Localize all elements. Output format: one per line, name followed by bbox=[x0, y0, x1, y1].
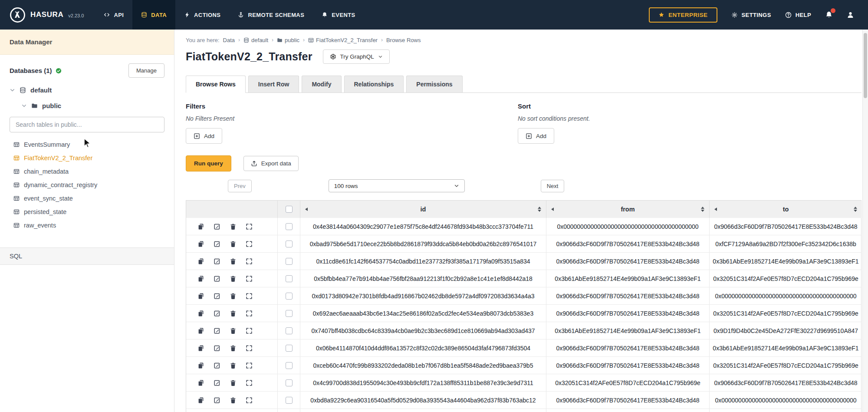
cell-id[interactable]: 0x4c99700d838d1955094c30e493bb9cfdf172a1… bbox=[300, 374, 546, 391]
cell-id[interactable]: 0x11cd8e61fc142f664537754c0adbd11e237732… bbox=[300, 253, 546, 270]
copy-row-button[interactable] bbox=[197, 258, 204, 265]
prev-page-button[interactable]: Prev bbox=[228, 180, 252, 192]
cell-id[interactable]: 0xd0173d80942e7301b8fdb4ad916867b02462db… bbox=[300, 287, 546, 304]
cell-id[interactable]: 0x06be4114870f410d4ddf86a13572c8f32c02dc… bbox=[300, 339, 546, 356]
delete-row-button[interactable] bbox=[230, 362, 237, 369]
rows-per-page-select[interactable]: 100 rows bbox=[329, 179, 465, 192]
chevron-down-icon[interactable] bbox=[10, 87, 15, 93]
vertical-scrollbar[interactable] bbox=[862, 30, 868, 412]
sidebar-table-raw-events[interactable]: raw_events bbox=[0, 218, 174, 232]
row-checkbox[interactable] bbox=[286, 327, 293, 334]
cell-id[interactable]: 0x4e38144a0604309c29077e1e875f75c8e4df24… bbox=[300, 218, 546, 235]
column-header-from[interactable]: from bbox=[546, 201, 709, 218]
expand-row-button[interactable] bbox=[246, 379, 253, 386]
sidebar-table-persisted-state[interactable]: persisted_state bbox=[0, 205, 174, 218]
cell-from[interactable]: 0x9066d3cF60D9f7B705026417E8E533b424Bc3d… bbox=[546, 339, 709, 356]
add-filter-button[interactable]: Add bbox=[186, 128, 222, 144]
search-tables-input[interactable] bbox=[10, 117, 164, 132]
tree-database-default[interactable]: default bbox=[10, 82, 164, 98]
cell-to[interactable]: 0x32051C314f2AFe0E57f8D7cECD204a1C795b96… bbox=[709, 357, 862, 374]
cell-id[interactable]: 0xceb60c4470fc99b8933202deda08b1eb7f067d… bbox=[300, 357, 546, 374]
scrollbar-thumb[interactable] bbox=[864, 33, 867, 98]
sql-section[interactable]: SQL bbox=[0, 247, 174, 265]
cell-to[interactable]: 0xfCF7129A8a69a2BD7f2f300eFc352342D6c163… bbox=[709, 235, 862, 252]
collapse-column-icon[interactable] bbox=[714, 208, 717, 211]
sort-icon[interactable] bbox=[854, 207, 857, 212]
delete-row-button[interactable] bbox=[230, 310, 237, 317]
cell-from[interactable]: 0x9066d3cF60D9f7B705026417E8E533b424Bc3d… bbox=[546, 287, 709, 304]
row-checkbox[interactable] bbox=[286, 362, 293, 369]
run-query-button[interactable]: Run query bbox=[186, 155, 231, 171]
edit-row-button[interactable] bbox=[214, 310, 220, 317]
cell-to[interactable]: 0x00000000000000000000000000000000000000… bbox=[709, 392, 862, 409]
enterprise-button[interactable]: ENTERPRISE bbox=[649, 7, 717, 23]
delete-row-button[interactable] bbox=[230, 258, 237, 265]
sidebar-table-event-sync-state[interactable]: event_sync_state bbox=[0, 191, 174, 205]
expand-row-button[interactable] bbox=[246, 223, 253, 230]
breadcrumb-item-data[interactable]: Data bbox=[223, 37, 235, 43]
cell-to[interactable]: 0x32051C314f2AFe0E57f8D7cECD204a1C795b96… bbox=[709, 305, 862, 322]
cell-to[interactable]: 0x32051C314f2AFe0E57f8D7cECD204a1C795b96… bbox=[709, 270, 862, 287]
cell-id[interactable]: 0x5bfbb4ea77e7b914bb4ae756fbf28aa912213f… bbox=[300, 270, 546, 287]
copy-row-button[interactable] bbox=[197, 397, 204, 404]
cell-to[interactable]: 0x3b61AbEe91852714E4e99b09a1AF3e9C13893e… bbox=[709, 253, 862, 270]
delete-row-button[interactable] bbox=[230, 379, 237, 386]
edit-row-button[interactable] bbox=[214, 241, 220, 247]
copy-row-button[interactable] bbox=[197, 293, 204, 300]
tree-schema-public[interactable]: public bbox=[10, 98, 164, 113]
edit-row-button[interactable] bbox=[214, 223, 220, 230]
nav-item-api[interactable]: API bbox=[95, 0, 132, 30]
column-header-to[interactable]: to bbox=[709, 201, 862, 218]
copy-row-button[interactable] bbox=[197, 362, 204, 369]
expand-row-button[interactable] bbox=[246, 362, 253, 369]
sort-icon[interactable] bbox=[538, 207, 541, 212]
tab-relationships[interactable]: Relationships bbox=[344, 76, 404, 92]
try-graphql-button[interactable]: Try GraphQL bbox=[323, 49, 390, 64]
cell-to[interactable]: 0x32051C314f2AFe0E57f8D7cECD204a1C795b96… bbox=[709, 409, 862, 412]
sidebar-table-fiattokenv2-2-transfer[interactable]: FiatTokenV2_2_Transfer bbox=[0, 151, 174, 165]
sidebar-table-dynamic-contract-registry[interactable]: dynamic_contract_registry bbox=[0, 178, 174, 191]
delete-row-button[interactable] bbox=[230, 275, 237, 282]
tab-permissions[interactable]: Permissions bbox=[406, 76, 462, 92]
cell-from[interactable]: 0x32051C314f2AFe0E57f8D7cECD204a1C795b96… bbox=[546, 374, 709, 391]
expand-row-button[interactable] bbox=[246, 258, 253, 265]
tab-modify[interactable]: Modify bbox=[302, 76, 341, 92]
collapse-column-icon[interactable] bbox=[551, 208, 554, 211]
delete-row-button[interactable] bbox=[230, 397, 237, 404]
breadcrumb-item-fiattokenv2-2-transfer[interactable]: FiatTokenV2_2_Transfer bbox=[308, 37, 378, 43]
nav-item-data[interactable]: DATA bbox=[132, 0, 175, 30]
select-all-checkbox[interactable] bbox=[286, 206, 293, 213]
copy-row-button[interactable] bbox=[197, 241, 204, 247]
nav-item-remote-schemas[interactable]: REMOTE SCHEMAS bbox=[229, 0, 313, 30]
edit-row-button[interactable] bbox=[214, 275, 220, 282]
expand-row-button[interactable] bbox=[246, 310, 253, 317]
copy-row-button[interactable] bbox=[197, 379, 204, 386]
expand-row-button[interactable] bbox=[246, 241, 253, 247]
row-checkbox[interactable] bbox=[286, 310, 293, 317]
cell-from[interactable]: 0x9066d3cF60D9f7B705026417E8E533b424Bc3d… bbox=[546, 235, 709, 252]
cell-to[interactable]: 0x9D1f9D4b0C2e45DeA272FfE30227d9699510A8… bbox=[709, 322, 862, 339]
cell-from[interactable]: 0x3b61AbEe91852714E4e99b09a1AF3e9C13893e… bbox=[546, 409, 709, 412]
delete-row-button[interactable] bbox=[230, 327, 237, 334]
cell-id[interactable]: 0xbd8a9229c6ea90316540a5f5d0529d08a39355… bbox=[300, 392, 546, 409]
delete-row-button[interactable] bbox=[230, 223, 237, 230]
copy-row-button[interactable] bbox=[197, 223, 204, 230]
cell-to[interactable]: 0x9066d3cF60D9f7B705026417E8E533b424Bc3d… bbox=[709, 374, 862, 391]
sort-icon[interactable] bbox=[701, 207, 704, 212]
sidebar-table-eventssummary[interactable]: EventsSummary bbox=[0, 138, 174, 151]
cell-id[interactable]: 0x7407bff4b038cdbc64c8339a4cb0ae9b2c3b3e… bbox=[300, 322, 546, 339]
nav-item-events[interactable]: EVENTS bbox=[313, 0, 364, 30]
copy-row-button[interactable] bbox=[197, 275, 204, 282]
settings-button[interactable]: SETTINGS bbox=[731, 12, 771, 18]
notifications-button[interactable] bbox=[825, 11, 833, 19]
add-sort-button[interactable]: Add bbox=[518, 128, 554, 144]
user-menu-button[interactable] bbox=[847, 11, 854, 19]
expand-row-button[interactable] bbox=[246, 275, 253, 282]
cell-from[interactable]: 0x9066d3cF60D9f7B705026417E8E533b424Bc3d… bbox=[546, 253, 709, 270]
expand-row-button[interactable] bbox=[246, 345, 253, 352]
edit-row-button[interactable] bbox=[214, 379, 220, 386]
edit-row-button[interactable] bbox=[214, 258, 220, 265]
edit-row-button[interactable] bbox=[214, 327, 220, 334]
breadcrumb-item-default[interactable]: default bbox=[243, 37, 268, 43]
column-header-id[interactable]: id bbox=[300, 201, 546, 218]
